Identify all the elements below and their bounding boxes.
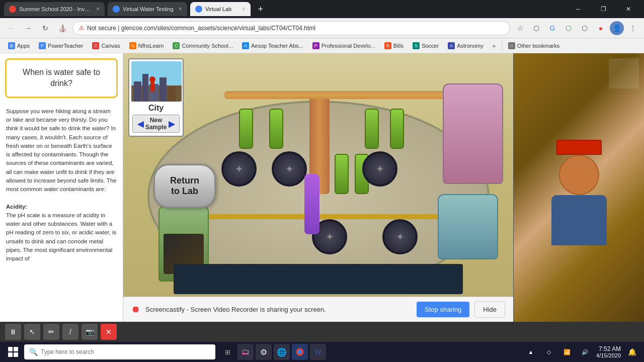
pause-button[interactable]: ⏸: [5, 324, 21, 340]
time-display: 7:52 AM 4/15/2020: [596, 345, 621, 358]
city-panel: City ◀ NewSample ▶: [128, 58, 184, 137]
extension-icon2[interactable]: G: [545, 21, 559, 35]
bookmark-other[interactable]: ☆ Other bookmarks: [504, 40, 564, 52]
show-desktop-icon[interactable]: ▲: [523, 344, 539, 360]
person-head: [559, 155, 599, 195]
maximize-button[interactable]: ❐: [592, 2, 615, 16]
tab-close-lab[interactable]: ×: [242, 6, 246, 13]
file-explorer-icon[interactable]: 🗂: [237, 344, 254, 360]
tab-gmail[interactable]: Summer School 2020 - Invitati... ×: [4, 2, 105, 16]
bookmark-more[interactable]: »: [489, 40, 500, 52]
bookmark-professional-label: Professional Develo...: [321, 43, 375, 49]
cursor-button[interactable]: ↖: [24, 324, 40, 340]
content-area: When is water safe to drink? Suppose you…: [0, 53, 644, 322]
wheel-5: ✦: [382, 219, 418, 254]
reload-button[interactable]: ↻: [38, 21, 52, 35]
prev-sample-icon[interactable]: ◀: [137, 119, 143, 129]
bookmark-aesop[interactable]: A Aesop Teacher Abs...: [238, 40, 307, 52]
clock-time: 7:52 AM: [596, 345, 621, 352]
search-input[interactable]: [41, 348, 210, 355]
extension-icon1[interactable]: ⬡: [529, 21, 543, 35]
stop-sharing-button[interactable]: Stop sharing: [417, 302, 469, 317]
bookmark-soccer[interactable]: S Soccer: [409, 40, 443, 52]
new-sample-label: NewSample: [145, 117, 167, 131]
bookmark-powerteacher[interactable]: P PowerTeacher: [35, 40, 87, 52]
nfhs-icon: N: [129, 42, 136, 49]
tab-title-gmail: Summer School 2020 - Invitati...: [19, 6, 91, 12]
bookmark-other-label: Other bookmarks: [517, 43, 559, 49]
close-button[interactable]: ✕: [617, 2, 640, 16]
bookmark-powerteacher-label: PowerTeacher: [48, 43, 83, 49]
person-figure: [551, 140, 607, 245]
dropbox-icon[interactable]: ◇: [541, 344, 557, 360]
search-icon: 🔍: [29, 348, 38, 356]
menu-icon[interactable]: ⋮: [626, 21, 640, 35]
green-filter-2: [269, 109, 283, 149]
word-icon[interactable]: W: [310, 344, 326, 360]
star-icon[interactable]: ☆: [513, 21, 527, 35]
tab-close-gmail[interactable]: ×: [96, 6, 100, 13]
green-filter-3: [365, 109, 379, 149]
city-image: [131, 61, 182, 102]
line-button[interactable]: /: [62, 324, 78, 340]
bookmark-apps[interactable]: ⊞ Apps: [4, 40, 34, 52]
tab-close-water[interactable]: ×: [179, 6, 182, 13]
profile-icon[interactable]: 👤: [610, 21, 624, 35]
tab-water-testing[interactable]: Virtual Water Testing ×: [108, 2, 187, 16]
settings-icon[interactable]: ⚙: [256, 344, 272, 360]
start-button[interactable]: [4, 343, 22, 361]
pen-button[interactable]: ✏: [43, 324, 59, 340]
taskbar: 🔍 ⊞ 🗂 ⚙ 🌐 W ▲ ◇ 📶 🔊 7:52 AM 4/15/2: [0, 342, 644, 362]
bookmark-community-label: Community School...: [182, 43, 232, 49]
tab-favicon-water: [113, 6, 120, 13]
extension-icon4[interactable]: ⬡: [578, 21, 592, 35]
home-button[interactable]: ⛪: [55, 21, 69, 35]
bookmark-professional[interactable]: P Professional Develo...: [308, 40, 379, 52]
tab-favicon-gmail: [9, 6, 16, 13]
taskbar-search[interactable]: 🔍: [24, 344, 215, 359]
lab-area: ✦ ✦ ✦ ✦ ✦: [123, 53, 513, 322]
return-to-lab-button[interactable]: Returnto Lab: [153, 164, 216, 208]
forward-button[interactable]: →: [21, 21, 35, 35]
wheel-1: ✦: [221, 151, 257, 187]
notification-icon[interactable]: 🔔: [624, 344, 640, 360]
minimize-button[interactable]: ─: [567, 2, 590, 16]
address-row: ← → ↻ ⛪ ⚠ Not secure | glencoe.com/sites…: [0, 18, 644, 38]
bookmark-bills[interactable]: B Bills: [380, 40, 408, 52]
bookmark-nfhs[interactable]: N NfhsLearn: [125, 40, 168, 52]
tab-virtual-lab[interactable]: Virtual Lab ×: [190, 2, 251, 16]
apps-icon: ⊞: [8, 42, 15, 49]
recording-toolbar: ⏸ ↖ ✏ / 📷 ✕: [0, 322, 644, 342]
city-label: City: [131, 104, 181, 113]
tab-title-water: Virtual Water Testing: [123, 6, 174, 12]
extension-icon5[interactable]: ●: [594, 21, 608, 35]
bookmarks-bar: ⊞ Apps P PowerTeacher C Canvas N NfhsLea…: [0, 38, 644, 53]
bookmark-community[interactable]: C Community School...: [169, 40, 236, 52]
aesop-icon: A: [242, 42, 249, 49]
taskview-icon[interactable]: ⊞: [219, 344, 235, 360]
bookmark-canvas-label: Canvas: [101, 43, 120, 49]
return-to-lab-label: Returnto Lab: [170, 175, 199, 196]
chrome-icon[interactable]: [292, 344, 308, 360]
taskbar-app-icons: ⊞ 🗂 ⚙ 🌐 W: [219, 344, 326, 360]
edge-icon[interactable]: 🌐: [274, 344, 290, 360]
stop-button[interactable]: ✕: [101, 324, 117, 340]
bookmark-astronomy[interactable]: A Astronomy: [444, 40, 488, 52]
taskbar-right: ▲ ◇ 📶 🔊 7:52 AM 4/15/2020 🔔: [523, 344, 640, 360]
hide-button[interactable]: Hide: [474, 301, 505, 318]
address-bar[interactable]: ⚠ Not secure | glencoe.com/sites/common_…: [72, 21, 510, 35]
svg-point-0: [298, 350, 302, 354]
toolbar-icons: ☆ ⬡ G ⬡ ⬡ ● 👤 ⋮: [513, 21, 640, 35]
new-sample-button[interactable]: ◀ NewSample ▶: [132, 115, 180, 133]
back-button[interactable]: ←: [4, 21, 18, 35]
new-tab-button[interactable]: +: [254, 2, 268, 16]
volume-icon[interactable]: 🔊: [577, 344, 593, 360]
next-sample-icon[interactable]: ▶: [169, 119, 175, 129]
extension-icon3[interactable]: ⬡: [561, 21, 576, 35]
teal-tank: [438, 194, 498, 259]
bookmark-canvas[interactable]: C Canvas: [88, 40, 124, 52]
network-icon[interactable]: 📶: [559, 344, 575, 360]
bookmark-soccer-label: Soccer: [422, 43, 439, 49]
camera-button[interactable]: 📷: [82, 324, 98, 340]
scroll-container[interactable]: Suppose you were hiking along a stream o…: [0, 103, 123, 322]
